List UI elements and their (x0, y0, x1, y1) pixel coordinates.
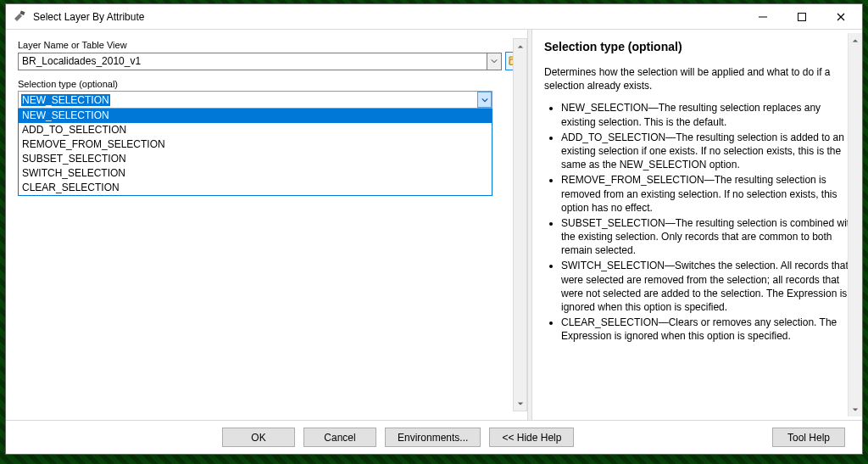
hammer-icon (13, 10, 26, 24)
help-item: REMOVE_FROM_SELECTION—The resulting sele… (561, 173, 857, 215)
selection-type-combo[interactable]: NEW_SELECTION (18, 91, 492, 109)
dropdown-option[interactable]: REMOVE_FROM_SELECTION (19, 137, 492, 152)
chevron-down-icon[interactable] (487, 53, 501, 70)
window-controls (743, 4, 860, 29)
titlebar[interactable]: Select Layer By Attribute (6, 4, 862, 30)
cancel-button[interactable]: Cancel (303, 428, 376, 447)
selection-type-value: NEW_SELECTION (19, 93, 477, 107)
help-heading: Selection type (optional) (544, 40, 857, 53)
selection-type-dropdown[interactable]: NEW_SELECTION ADD_TO_SELECTION REMOVE_FR… (18, 109, 492, 196)
help-item: SWITCH_SELECTION—Switches the selection.… (561, 259, 857, 314)
chevron-down-icon[interactable] (477, 92, 492, 108)
content-area: Layer Name or Table View BR_Localidades_… (6, 30, 862, 420)
tool-help-button[interactable]: Tool Help (772, 428, 845, 447)
ok-button[interactable]: OK (222, 428, 295, 447)
parameters-pane: Layer Name or Table View BR_Localidades_… (6, 30, 527, 420)
help-pane: Selection type (optional) Determines how… (532, 30, 862, 420)
scroll-track[interactable] (849, 48, 862, 402)
right-scrollbar[interactable] (848, 33, 862, 416)
dropdown-option[interactable]: SUBSET_SELECTION (19, 152, 492, 166)
help-item: SUBSET_SELECTION—The resulting selection… (561, 216, 857, 258)
dropdown-option[interactable]: CLEAR_SELECTION (19, 181, 492, 195)
help-item: CLEAR_SELECTION—Clears or removes any se… (561, 316, 857, 343)
left-scrollbar[interactable] (513, 38, 527, 411)
minimize-button[interactable] (743, 4, 782, 30)
dropdown-option[interactable]: ADD_TO_SELECTION (19, 123, 492, 137)
dropdown-option[interactable]: SWITCH_SELECTION (19, 166, 492, 181)
dialog-footer: OK Cancel Environments... << Hide Help T… (6, 420, 862, 454)
svg-rect-2 (798, 14, 806, 21)
scroll-down-icon[interactable] (514, 396, 526, 411)
environments-button[interactable]: Environments... (385, 428, 481, 447)
hide-help-button[interactable]: << Hide Help (489, 428, 574, 447)
svg-rect-1 (759, 17, 767, 18)
help-item: ADD_TO_SELECTION—The resulting selection… (561, 131, 857, 172)
layer-combo[interactable]: BR_Localidades_2010_v1 (18, 53, 502, 70)
scroll-down-icon[interactable] (849, 402, 862, 416)
close-button[interactable] (821, 4, 860, 30)
help-list: NEW_SELECTION—The resulting selection re… (561, 101, 857, 343)
layer-combo-value: BR_Localidades_2010_v1 (22, 55, 487, 67)
help-intro: Determines how the selection will be app… (544, 65, 857, 92)
svg-rect-0 (19, 10, 25, 14)
maximize-button[interactable] (782, 4, 821, 30)
help-item: NEW_SELECTION—The resulting selection re… (561, 101, 857, 128)
dialog-window: Select Layer By Attribute Layer Name or … (5, 3, 863, 455)
layer-label: Layer Name or Table View (18, 40, 526, 50)
window-title: Select Layer By Attribute (33, 11, 743, 23)
selection-type-label: Selection type (optional) (18, 79, 526, 89)
scroll-track[interactable] (514, 53, 526, 396)
dropdown-option[interactable]: NEW_SELECTION (19, 109, 492, 123)
scroll-up-icon[interactable] (514, 39, 526, 53)
scroll-up-icon[interactable] (849, 33, 862, 48)
